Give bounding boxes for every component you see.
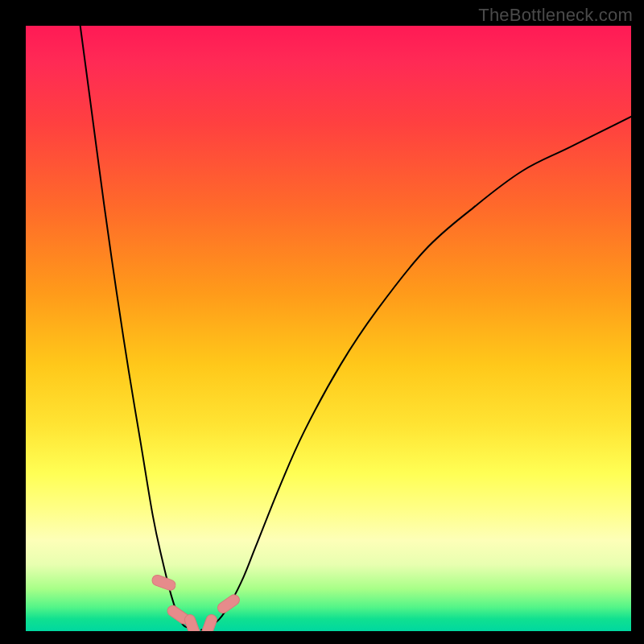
marker-group <box>151 574 242 631</box>
curve-right-branch <box>201 117 631 630</box>
curve-marker <box>200 613 218 631</box>
curve-layer <box>26 26 631 631</box>
plot-area <box>26 26 631 631</box>
chart-frame: TheBottleneck.com <box>0 0 644 644</box>
watermark-text: TheBottleneck.com <box>478 5 633 26</box>
curve-left-branch <box>80 26 196 630</box>
curve-marker <box>216 592 242 615</box>
curve-marker <box>151 574 177 592</box>
